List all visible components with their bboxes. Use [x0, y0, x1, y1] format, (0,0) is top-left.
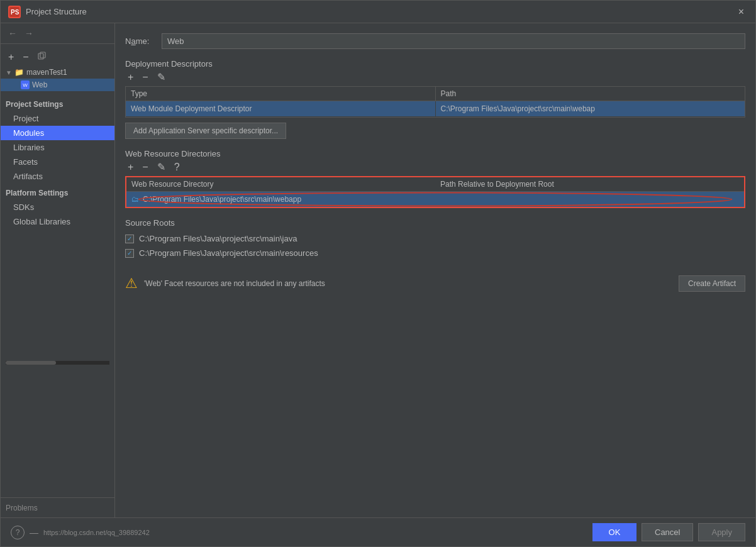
dialog-project-structure: PS Project Structure × ← → + − [0, 0, 756, 547]
sidebar-item-sdks[interactable]: SDKs [1, 200, 114, 214]
copy-module-button[interactable] [35, 50, 49, 64]
wr-edit-button[interactable]: ✎ [155, 161, 168, 174]
sidebar-item-project[interactable]: Project [1, 111, 114, 126]
sidebar: ← → + − ▼ [1, 23, 115, 517]
close-button[interactable]: × [735, 5, 748, 19]
svg-rect-3 [40, 52, 45, 58]
ok-button[interactable]: OK [592, 523, 636, 541]
col-type: Type [126, 87, 436, 101]
dd-remove-button[interactable]: − [140, 71, 150, 84]
deployment-descriptors-section: Deployment Descriptors + − ✎ Type Path W… [125, 59, 745, 139]
title-bar: PS Project Structure × [1, 1, 755, 23]
web-res-path: C:\Program Files\Java\project\src\main\w… [143, 195, 301, 204]
remove-module-button[interactable]: − [20, 50, 31, 64]
module-icon: W [21, 80, 30, 89]
web-resource-dirs-section: Web Resource Directories + − ✎ ? Web Res… [125, 149, 745, 208]
sidebar-item-global-libraries[interactable]: Global Libraries [1, 214, 114, 229]
source-root-label-1: C:\Program Files\Java\project\src\main\j… [139, 234, 297, 243]
cell-type: Web Module Deployment Descriptor [126, 101, 436, 116]
scrollbar[interactable] [6, 361, 109, 365]
wr-remove-button[interactable]: − [140, 161, 150, 174]
tree-label-maventest1: mavenTest1 [26, 68, 67, 77]
sidebar-item-modules[interactable]: Modules [1, 126, 114, 140]
right-panel: Name: Deployment Descriptors + − ✎ Type … [115, 23, 755, 517]
nav-bar: ← → [1, 23, 114, 44]
sidebar-item-libraries[interactable]: Libraries [1, 140, 114, 155]
project-settings-header: Project Settings [1, 95, 114, 111]
warning-row: ⚠ 'Web' Facet resources are not included… [125, 275, 745, 292]
svg-rect-2 [38, 53, 43, 59]
cell-path: C:\Program Files\Java\project\src\main\w… [436, 101, 745, 116]
wr-add-button[interactable]: + [125, 161, 136, 174]
expand-icon: ▼ [6, 69, 12, 76]
warning-text: 'Web' Facet resources are not included i… [144, 279, 325, 288]
problems-section: Problems [1, 497, 114, 517]
tree-item-maventest1[interactable]: ▼ 📁 mavenTest1 [1, 66, 114, 79]
sidebar-item-artifacts[interactable]: Artifacts [1, 169, 114, 184]
minimize-icon[interactable]: — [30, 528, 38, 538]
name-label-text: Name: [125, 36, 149, 46]
web-res-col-dir: Web Resource Directory [126, 177, 435, 191]
warning-left: ⚠ 'Web' Facet resources are not included… [125, 275, 325, 292]
back-button[interactable]: ← [6, 27, 19, 40]
web-res-toolbar: + − ✎ ? [125, 158, 745, 176]
folder-blue-icon: 🗂 [131, 195, 139, 204]
help-button[interactable]: ? [11, 526, 25, 539]
add-module-button[interactable]: + [6, 50, 16, 64]
tree-toolbar: + − [1, 48, 114, 66]
name-input[interactable] [162, 33, 745, 49]
table-row[interactable]: Web Module Deployment Descriptor C:\Prog… [126, 101, 745, 117]
name-label: Name: [125, 36, 157, 46]
warning-icon: ⚠ [125, 275, 138, 292]
url-text: https://blog.csdn.net/qq_39889242 [43, 529, 150, 536]
web-res-col-path: Path Relative to Deployment Root [435, 177, 744, 191]
bottom-left: ? — [11, 526, 38, 539]
apply-button[interactable]: Apply [698, 523, 745, 541]
source-roots-section: Source Roots C:\Program Files\Java\proje… [125, 218, 745, 260]
web-resource-row[interactable]: 🗂 C:\Program Files\Java\project\src\main… [126, 192, 744, 207]
dialog-title: Project Structure [26, 7, 87, 16]
main-content: ← → + − ▼ [1, 23, 755, 517]
source-root-row-2: C:\Program Files\Java\project\src\main\r… [125, 246, 745, 260]
dd-edit-button[interactable]: ✎ [155, 71, 168, 84]
add-server-button[interactable]: Add Application Server specific descript… [125, 123, 286, 139]
source-root-label-2: C:\Program Files\Java\project\src\main\r… [139, 248, 318, 258]
source-root-checkbox-2[interactable] [125, 249, 134, 258]
cancel-button[interactable]: Cancel [642, 523, 693, 541]
tree-item-web[interactable]: W Web [1, 79, 114, 91]
deployment-toolbar: + − ✎ [125, 69, 745, 86]
folder-icon: 📁 [14, 68, 24, 77]
web-resource-table: Web Resource Directory Path Relative to … [125, 176, 745, 208]
problems-label[interactable]: Problems [6, 504, 38, 512]
create-artifact-button[interactable]: Create Artifact [679, 275, 745, 292]
title-bar-left: PS Project Structure [8, 6, 87, 18]
app-icon: PS [8, 6, 21, 18]
bottom-bar: ? — https://blog.csdn.net/qq_39889242 OK… [1, 517, 755, 546]
source-roots-title: Source Roots [125, 218, 745, 228]
source-root-checkbox-1[interactable] [125, 235, 134, 243]
platform-settings-header: Platform Settings [1, 184, 114, 200]
deployment-table-header: Type Path [126, 87, 745, 101]
dd-add-button[interactable]: + [125, 71, 136, 84]
tree-section: + − ▼ 📁 mavenTest1 [1, 44, 114, 95]
web-res-table-header: Web Resource Directory Path Relative to … [126, 177, 744, 192]
forward-button[interactable]: → [22, 27, 36, 40]
sidebar-item-facets[interactable]: Facets [1, 155, 114, 169]
tree-label-web: Web [32, 80, 47, 89]
svg-text:PS: PS [11, 9, 19, 16]
name-field-row: Name: [125, 33, 745, 49]
deployment-descriptors-title: Deployment Descriptors [125, 59, 745, 69]
deployment-table: Type Path Web Module Deployment Descript… [125, 86, 745, 118]
web-resource-dirs-title: Web Resource Directories [125, 149, 745, 158]
source-root-row-1: C:\Program Files\Java\project\src\main\j… [125, 231, 745, 246]
wr-help-button[interactable]: ? [172, 161, 182, 174]
col-path: Path [436, 87, 745, 101]
